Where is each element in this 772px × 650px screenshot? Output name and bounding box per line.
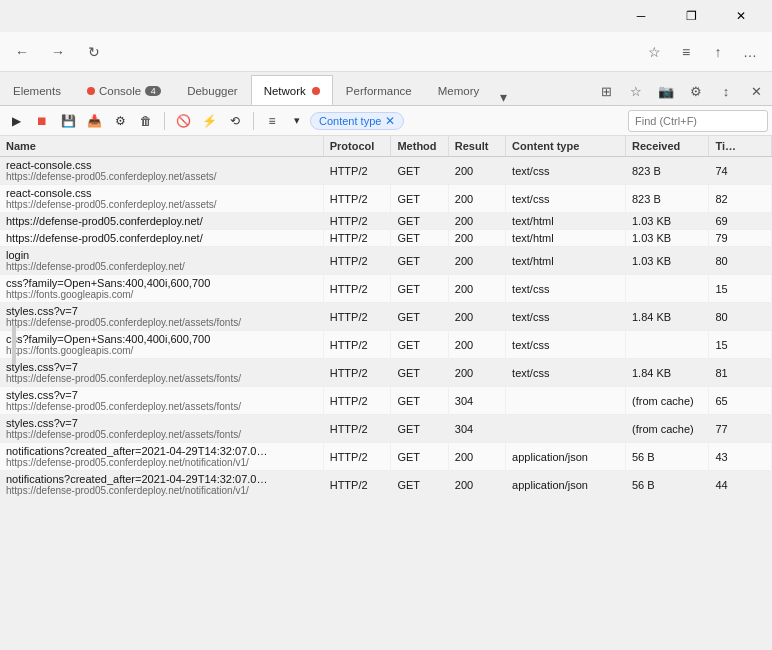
- bookmark-devtools-button[interactable]: ☆: [622, 77, 650, 105]
- cell-result: 304: [448, 415, 505, 443]
- table-row[interactable]: notifications?created_after=2021-04-29T1…: [0, 443, 772, 471]
- tab-console-label: Console: [99, 85, 141, 97]
- tab-debugger[interactable]: Debugger: [174, 75, 251, 105]
- col-header-time[interactable]: Ti…: [709, 136, 772, 157]
- cell-received: 56 B: [626, 471, 709, 499]
- table-row[interactable]: css?family=Open+Sans:400,400i,600,700htt…: [0, 331, 772, 359]
- network-settings-button[interactable]: ⚙: [108, 109, 132, 133]
- table-row[interactable]: styles.css?v=7https://defense-prod05.con…: [0, 359, 772, 387]
- reload-button[interactable]: ⟲: [223, 109, 247, 133]
- screenshot-button[interactable]: 📷: [652, 77, 680, 105]
- cell-time: 81: [709, 359, 772, 387]
- cell-contentType: text/css: [506, 331, 626, 359]
- table-row[interactable]: react-console.csshttps://defense-prod05.…: [0, 157, 772, 185]
- filter-toggle-button[interactable]: ≡: [260, 109, 284, 133]
- restore-button[interactable]: ❐: [668, 0, 714, 32]
- cell-contentType: application/json: [506, 471, 626, 499]
- table-row[interactable]: https://defense-prod05.conferdeploy.net/…: [0, 213, 772, 230]
- tab-performance[interactable]: Performance: [333, 75, 425, 105]
- refresh-button[interactable]: ↻: [80, 38, 108, 66]
- tab-elements-label: Elements: [13, 85, 61, 97]
- network-search-input[interactable]: [628, 110, 768, 132]
- play-button[interactable]: ▶: [4, 109, 28, 133]
- cell-contentType: text/html: [506, 247, 626, 275]
- tab-network[interactable]: Network: [251, 75, 333, 105]
- favorites-button[interactable]: ☆: [640, 38, 668, 66]
- filter-dropdown-button[interactable]: ▾: [286, 112, 308, 129]
- cell-contentType: [506, 387, 626, 415]
- cell-time: 82: [709, 185, 772, 213]
- row-name-primary: react-console.css: [6, 187, 317, 199]
- row-name-url: https://fonts.googleapis.com/: [6, 289, 317, 300]
- minimize-button[interactable]: ─: [618, 0, 664, 32]
- read-button[interactable]: ≡: [672, 38, 700, 66]
- cell-contentType: text/css: [506, 157, 626, 185]
- cell-result: 200: [448, 230, 505, 247]
- settings-devtools-button[interactable]: ⚙: [682, 77, 710, 105]
- row-name-url: https://defense-prod05.conferdeploy.net/…: [6, 171, 317, 182]
- table-row[interactable]: styles.css?v=7https://defense-prod05.con…: [0, 303, 772, 331]
- close-devtools-button[interactable]: ✕: [742, 77, 770, 105]
- col-header-result[interactable]: Result: [448, 136, 505, 157]
- row-name-primary: styles.css?v=7: [6, 389, 317, 401]
- tab-console[interactable]: Console 4: [74, 75, 174, 105]
- back-button[interactable]: ←: [8, 38, 36, 66]
- stop-button[interactable]: ⏹: [30, 109, 54, 133]
- devtools-main: Name Protocol Method Result Content type…: [0, 136, 772, 650]
- tab-memory[interactable]: Memory: [425, 75, 493, 105]
- tab-network-label: Network: [264, 85, 306, 97]
- network-table: Name Protocol Method Result Content type…: [0, 136, 772, 499]
- col-header-received[interactable]: Received: [626, 136, 709, 157]
- cell-protocol: HTTP/2: [323, 185, 391, 213]
- content-type-close-icon[interactable]: ✕: [385, 114, 395, 128]
- cell-time: 69: [709, 213, 772, 230]
- row-name-url: https://defense-prod05.conferdeploy.net/…: [6, 199, 317, 210]
- close-button[interactable]: ✕: [718, 0, 764, 32]
- cell-name: css?family=Open+Sans:400,400i,600,700htt…: [0, 331, 323, 359]
- dock-button[interactable]: ↕: [712, 77, 740, 105]
- clear-button[interactable]: 🗑: [134, 109, 158, 133]
- cell-received: [626, 275, 709, 303]
- cell-name: styles.css?v=7https://defense-prod05.con…: [0, 359, 323, 387]
- cell-time: 79: [709, 230, 772, 247]
- import-har-button[interactable]: 📥: [82, 109, 106, 133]
- cell-name: https://defense-prod05.conferdeploy.net/: [0, 213, 323, 230]
- cell-name: styles.css?v=7https://defense-prod05.con…: [0, 387, 323, 415]
- row-name-primary: css?family=Open+Sans:400,400i,600,700: [6, 333, 317, 345]
- col-header-content-type[interactable]: Content type: [506, 136, 626, 157]
- throttle-button[interactable]: ⚡: [197, 109, 221, 133]
- cell-result: 200: [448, 443, 505, 471]
- forward-button[interactable]: →: [44, 38, 72, 66]
- table-row[interactable]: styles.css?v=7https://defense-prod05.con…: [0, 387, 772, 415]
- resize-handle[interactable]: [12, 325, 16, 365]
- network-table-container[interactable]: Name Protocol Method Result Content type…: [0, 136, 772, 650]
- cell-result: 200: [448, 247, 505, 275]
- table-row[interactable]: react-console.csshttps://defense-prod05.…: [0, 185, 772, 213]
- table-row[interactable]: styles.css?v=7https://defense-prod05.con…: [0, 415, 772, 443]
- disable-cache-button[interactable]: 🚫: [171, 109, 195, 133]
- table-row[interactable]: https://defense-prod05.conferdeploy.net/…: [0, 230, 772, 247]
- row-name-url: https://defense-prod05.conferdeploy.net/…: [6, 429, 317, 440]
- col-header-protocol[interactable]: Protocol: [323, 136, 391, 157]
- toolbar-separator-1: [164, 112, 165, 130]
- content-type-filter-pill[interactable]: Content type ✕: [310, 112, 404, 130]
- tab-elements[interactable]: Elements: [0, 75, 74, 105]
- cell-name: notifications?created_after=2021-04-29T1…: [0, 443, 323, 471]
- table-row[interactable]: notifications?created_after=2021-04-29T1…: [0, 471, 772, 499]
- more-tabs-button[interactable]: ▾: [492, 89, 515, 105]
- table-row[interactable]: loginhttps://defense-prod05.conferdeploy…: [0, 247, 772, 275]
- share-button[interactable]: ↑: [704, 38, 732, 66]
- cell-received: [626, 331, 709, 359]
- table-row[interactable]: css?family=Open+Sans:400,400i,600,700htt…: [0, 275, 772, 303]
- col-header-name[interactable]: Name: [0, 136, 323, 157]
- col-header-method[interactable]: Method: [391, 136, 448, 157]
- cell-time: 80: [709, 303, 772, 331]
- more-button[interactable]: …: [736, 38, 764, 66]
- cell-contentType: text/html: [506, 213, 626, 230]
- save-har-button[interactable]: 💾: [56, 109, 80, 133]
- row-name-primary: https://defense-prod05.conferdeploy.net/: [6, 215, 317, 227]
- cell-received: 1.03 KB: [626, 213, 709, 230]
- network-table-header: Name Protocol Method Result Content type…: [0, 136, 772, 157]
- row-name-primary: notifications?created_after=2021-04-29T1…: [6, 445, 317, 457]
- responsive-mode-button[interactable]: ⊞: [592, 77, 620, 105]
